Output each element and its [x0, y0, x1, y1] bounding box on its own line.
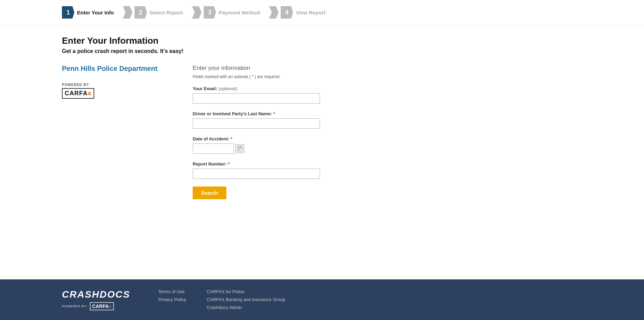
report-number-group: Report Number: * [193, 161, 582, 179]
search-button[interactable]: Search [193, 186, 226, 199]
email-optional: (optional) [218, 86, 237, 91]
step-arrow-3 [269, 6, 279, 19]
footer-link-privacy[interactable]: Privacy Policy [158, 297, 186, 302]
svg-marker-1 [192, 6, 202, 19]
step-3-number: 3 [204, 6, 216, 19]
report-number-label: Report Number: * [193, 161, 582, 167]
right-column: Enter your information Fields marked wit… [193, 65, 582, 199]
carfax-logo: CARFAx [62, 88, 94, 99]
left-column: Penn Hills Police Department POWERED BY:… [62, 65, 172, 99]
page-title: Enter Your Information [62, 35, 582, 46]
last-name-label: Driver or Involved Party's Last Name: * [193, 111, 582, 116]
step-2-label: Select Report [150, 10, 183, 15]
stepper: 1 Enter Your Info 2 Select Report 3 Paym… [0, 0, 644, 25]
footer-carfax-wrap: POWERED BY: CARFAx [62, 302, 138, 310]
step-3-label: Payment Method [219, 10, 260, 15]
footer-links: Terms of Use Privacy Policy CARFAX for P… [158, 289, 285, 310]
date-label: Date of Accident: * [193, 136, 582, 141]
step-4-label: View Report [296, 10, 325, 15]
step-4: 4 View Report [281, 6, 332, 19]
powered-by-label: POWERED BY: [62, 83, 172, 87]
step-4-number: 4 [281, 6, 293, 19]
footer-link-terms[interactable]: Terms of Use [158, 289, 186, 294]
step-2-number: 2 [135, 6, 147, 19]
email-label: Your Email: (optional) [193, 86, 582, 91]
last-name-input[interactable] [193, 118, 320, 129]
date-row [193, 143, 582, 154]
main-content: Enter Your Information Get a police cras… [0, 25, 644, 279]
footer-brand: CRASHDOCS POWERED BY: CARFAx [62, 289, 138, 310]
footer-link-carfax-police[interactable]: CARFAX for Police [207, 289, 285, 294]
footer: CRASHDOCS POWERED BY: CARFAx Terms of Us… [0, 279, 644, 320]
footer-link-crashdocs-admin[interactable]: Crashdocs Admin [207, 305, 285, 310]
svg-rect-11 [239, 150, 240, 150]
step-arrow-1 [123, 6, 132, 19]
email-group: Your Email: (optional) [193, 86, 582, 104]
date-input[interactable] [193, 143, 234, 154]
date-group: Date of Accident: * [193, 136, 582, 154]
footer-crashdocs-logo: CRASHDOCS [62, 289, 138, 300]
footer-link-carfax-banking[interactable]: CARFAX Banking and Insurance Group [207, 297, 285, 302]
step-2: 2 Select Report [135, 6, 190, 19]
svg-rect-10 [238, 150, 239, 150]
svg-rect-6 [240, 146, 241, 147]
footer-powered-label: POWERED BY: [62, 305, 88, 308]
report-number-input[interactable] [193, 169, 320, 179]
email-input[interactable] [193, 93, 320, 104]
department-name: Penn Hills Police Department [62, 65, 172, 73]
calendar-icon[interactable] [235, 144, 244, 153]
svg-rect-9 [241, 148, 242, 149]
page-subtitle: Get a police crash report in seconds. It… [62, 48, 582, 54]
footer-carfax-box: CARFAx [90, 302, 114, 310]
svg-rect-8 [239, 148, 240, 149]
content-row: Penn Hills Police Department POWERED BY:… [62, 65, 582, 199]
svg-marker-2 [269, 6, 279, 19]
step-1: 1 Enter Your Info [62, 6, 121, 19]
required-note: Fields marked with an asterisk ( * ) are… [193, 74, 582, 79]
footer-link-col-1: Terms of Use Privacy Policy [158, 289, 186, 310]
svg-rect-5 [238, 146, 239, 147]
svg-rect-7 [238, 148, 239, 149]
svg-rect-4 [237, 148, 242, 148]
svg-marker-0 [123, 6, 132, 19]
last-name-group: Driver or Involved Party's Last Name: * [193, 111, 582, 129]
step-1-label: Enter Your Info [77, 10, 114, 15]
step-arrow-2 [192, 6, 202, 19]
step-1-number: 1 [62, 6, 74, 19]
form-section-title: Enter your information [193, 65, 582, 72]
step-3: 3 Payment Method [204, 6, 267, 19]
footer-link-col-2: CARFAX for Police CARFAX Banking and Ins… [207, 289, 285, 310]
